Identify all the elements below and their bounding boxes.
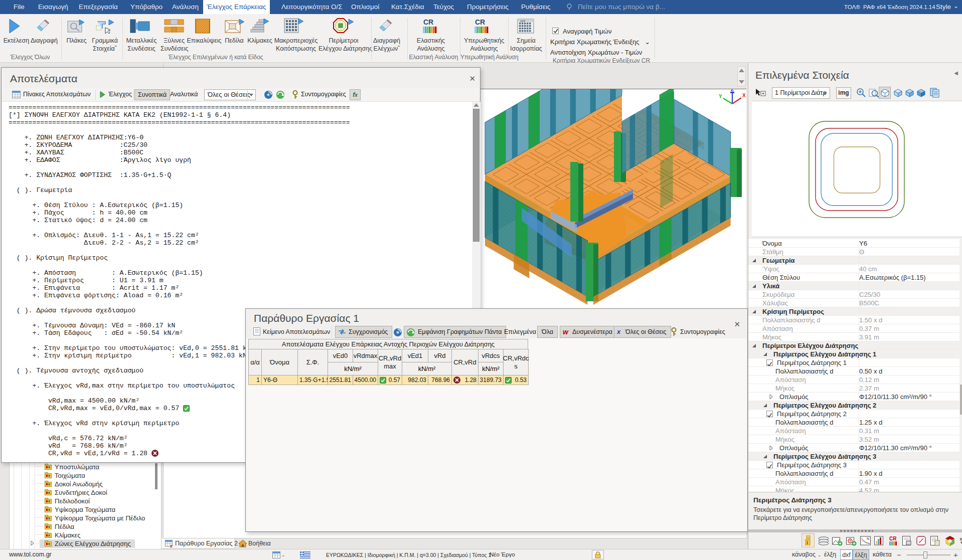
svg-text:CR: CR: [423, 18, 433, 26]
svg-text:Z: Z: [731, 89, 734, 92]
svg-text:i: i: [807, 539, 808, 545]
svg-text:123: 123: [520, 20, 526, 23]
svg-text:2: 2: [170, 544, 173, 547]
svg-text:CR: CR: [475, 18, 485, 26]
svg-text:N: N: [867, 537, 869, 540]
svg-text:Y: Y: [719, 94, 722, 99]
svg-text:CR: CR: [889, 536, 897, 541]
svg-text:X: X: [742, 93, 746, 98]
